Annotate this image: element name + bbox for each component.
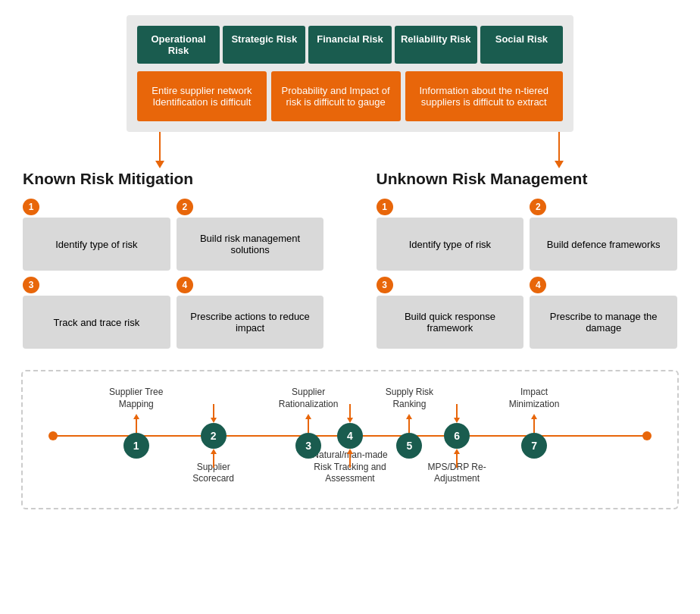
risk-box: Probability and Impact of risk is diffic… bbox=[271, 71, 401, 121]
timeline-node: 6 bbox=[444, 387, 470, 485]
step-box: Prescribe actions to reduce impact bbox=[177, 296, 324, 349]
risk-table-container: Operational RiskStrategic RiskFinancial … bbox=[127, 15, 573, 132]
step-box: Build risk management solutions bbox=[177, 218, 324, 271]
unknown-risk-title: Unknown Risk Management bbox=[377, 170, 677, 188]
timeline-node-circle: 5 bbox=[396, 433, 422, 459]
risk-boxes-row: Entire supplier network Identification i… bbox=[137, 71, 563, 121]
step-badge: 1 bbox=[23, 199, 39, 215]
step-item: 1Identify type of risk bbox=[23, 199, 170, 271]
timeline-start-dot bbox=[48, 431, 58, 440]
timeline-wrapper: 1234567Supplier Tree MappingSupplier Rat… bbox=[53, 387, 647, 485]
step-item: 2Build risk management solutions bbox=[177, 199, 324, 271]
timeline-node-circle: 1 bbox=[123, 433, 149, 459]
arrow-right-head bbox=[555, 161, 564, 168]
step-item: 1Identify type of risk bbox=[377, 199, 524, 271]
step-item: 3Build quick response framework bbox=[377, 277, 524, 349]
step-badge: 4 bbox=[530, 277, 546, 293]
step-item: 3Track and trace risk bbox=[23, 277, 170, 349]
risk-headers-row: Operational RiskStrategic RiskFinancial … bbox=[137, 26, 563, 64]
timeline-node-circle: 2 bbox=[201, 423, 227, 449]
arrow-left-line bbox=[159, 132, 161, 161]
top-section: Operational RiskStrategic RiskFinancial … bbox=[0, 15, 700, 132]
known-risk-title: Known Risk Mitigation bbox=[23, 170, 323, 188]
unknown-risk-steps: 1Identify type of risk2Build defence fra… bbox=[377, 199, 677, 349]
timeline-node-circle: 4 bbox=[337, 423, 363, 449]
timeline-section: 1234567Supplier Tree MappingSupplier Rat… bbox=[21, 370, 679, 509]
middle-section: Known Risk Mitigation 1Identify type of … bbox=[0, 170, 700, 349]
risk-box: Entire supplier network Identification i… bbox=[137, 71, 267, 121]
risk-header-cell: Strategic Risk bbox=[223, 26, 305, 64]
step-badge: 2 bbox=[177, 199, 193, 215]
known-risk-steps: 1Identify type of risk2Build risk manage… bbox=[23, 199, 323, 349]
timeline-node: 1 bbox=[123, 387, 149, 485]
timeline-node-circle: 6 bbox=[444, 423, 470, 449]
arrow-left-head bbox=[155, 161, 164, 168]
risk-header-cell: Operational Risk bbox=[137, 26, 220, 64]
unknown-risk-section: Unknown Risk Management 1Identify type o… bbox=[377, 170, 677, 349]
timeline-node-circle: 3 bbox=[295, 433, 321, 459]
risk-header-cell: Financial Risk bbox=[308, 26, 391, 64]
timeline-node: 7 bbox=[521, 387, 547, 485]
step-box: Prescribe to manage the damage bbox=[530, 296, 677, 349]
step-badge: 4 bbox=[177, 277, 193, 293]
timeline-node-circle: 7 bbox=[521, 433, 547, 459]
risk-header-cell: Social Risk bbox=[480, 26, 563, 64]
risk-box: Information about the n-tiered suppliers… bbox=[405, 71, 563, 121]
step-box: Build defence frameworks bbox=[530, 218, 677, 271]
step-item: 4Prescribe actions to reduce impact bbox=[177, 277, 324, 349]
step-item: 4Prescribe to manage the damage bbox=[530, 277, 677, 349]
step-box: Track and trace risk bbox=[23, 296, 170, 349]
step-badge: 3 bbox=[23, 277, 39, 293]
step-item: 2Build defence frameworks bbox=[530, 199, 677, 271]
arrow-right-line bbox=[558, 132, 560, 161]
risk-header-cell: Reliability Risk bbox=[395, 26, 477, 64]
step-box: Identify type of risk bbox=[23, 218, 170, 271]
step-badge: 1 bbox=[377, 199, 393, 215]
step-box: Identify type of risk bbox=[377, 218, 524, 271]
timeline-node: 2 bbox=[201, 387, 227, 485]
timeline-end-dot bbox=[642, 431, 652, 440]
timeline-node: 3 bbox=[295, 387, 321, 485]
timeline-node: 5 bbox=[396, 387, 422, 485]
step-badge: 2 bbox=[530, 199, 546, 215]
timeline-node: 4 bbox=[337, 387, 363, 485]
step-badge: 3 bbox=[377, 277, 393, 293]
step-box: Build quick response framework bbox=[377, 296, 524, 349]
known-risk-section: Known Risk Mitigation 1Identify type of … bbox=[23, 170, 323, 349]
